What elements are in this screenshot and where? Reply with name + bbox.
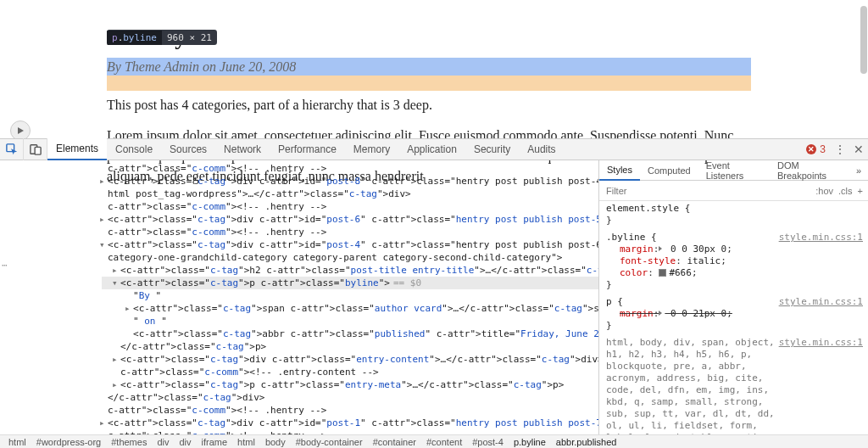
dom-line[interactable]: ▸<c-attr">class="c-tag">h2 c-attr">class… xyxy=(102,264,598,277)
dom-line[interactable]: " on " xyxy=(114,315,598,328)
breadcrumb-item[interactable]: div xyxy=(174,437,196,447)
rule-p[interactable]: p {style.min.css:1margin: 0 0 21px 0;} xyxy=(606,296,863,332)
dom-line[interactable]: ▸<c-attr">class="c-tag">div c-attr">id="… xyxy=(89,213,598,226)
dom-line[interactable]: ▸<c-attr">class="c-tag">p c-attr">class=… xyxy=(102,378,598,391)
gutter-dots-icon: ⋯ xyxy=(2,259,8,272)
css-decl[interactable]: margin: 0 0 30px 0; xyxy=(620,244,863,255)
styles-tab-dombp[interactable]: DOM Breakpoints xyxy=(770,160,849,181)
breadcrumb-item[interactable]: #post-4 xyxy=(467,437,509,447)
tab-application[interactable]: Application xyxy=(398,138,465,160)
dom-line[interactable]: c-attr">class="c-comm"><!-- .entry-conte… xyxy=(102,366,598,378)
rule-reset[interactable]: html, body, div, span, object, h1, h2, h… xyxy=(606,337,863,434)
styles-tabs: Styles Computed Event Listeners DOM Brea… xyxy=(599,160,868,181)
dom-line[interactable]: c-attr">class="c-comm"><!-- .hentry --> xyxy=(89,404,598,417)
tab-network[interactable]: Network xyxy=(215,138,270,160)
devtools-tabbar: Elements Console Sources Network Perform… xyxy=(0,138,868,160)
breadcrumb-item[interactable]: abbr.published xyxy=(551,437,622,447)
close-icon[interactable]: ✕ xyxy=(849,143,868,156)
breadcrumb-item[interactable]: #container xyxy=(368,437,421,447)
dom-breadcrumb[interactable]: html#wordpress-org#themesdivdiviframehtm… xyxy=(0,434,868,448)
css-decl[interactable]: margin: 0 0 21px 0; xyxy=(620,308,863,320)
tab-memory[interactable]: Memory xyxy=(345,138,398,160)
dom-line-selected[interactable]: ▾<c-attr">class="c-tag">p c-attr">class=… xyxy=(102,277,598,289)
chevron-right-icon[interactable]: » xyxy=(849,165,868,176)
dom-line[interactable]: html post_tag-wordpress">…</c-attr">clas… xyxy=(89,188,598,200)
tab-audits[interactable]: Audits xyxy=(519,138,564,160)
styles-filter-input[interactable] xyxy=(604,185,810,197)
device-icon[interactable] xyxy=(24,138,47,160)
paragraph-1: This post has 4 categories, part of a hi… xyxy=(107,95,760,115)
dom-line[interactable]: <c-attr">class="c-tag">abbr c-attr">clas… xyxy=(114,328,598,340)
dom-line[interactable]: </c-attr">class="c-tag">div> xyxy=(89,391,598,404)
elements-panel[interactable]: ⋯ c-attr">class="c-comm"><!-- .hentry --… xyxy=(0,160,598,434)
inspect-tooltip: p.byline 960 × 21 xyxy=(107,30,217,45)
breadcrumb-item[interactable]: #wordpress-org xyxy=(31,437,106,447)
rules-list[interactable]: element.style {}.byline {style.min.css:1… xyxy=(599,201,868,434)
rule-element-style[interactable]: element.style {} xyxy=(606,203,863,227)
rule-byline[interactable]: .byline {style.min.css:1margin: 0 0 30px… xyxy=(606,232,863,291)
dom-line[interactable]: </c-attr">class="c-tag">p> xyxy=(102,340,598,353)
styles-panel: Styles Computed Event Listeners DOM Brea… xyxy=(598,160,868,434)
styles-tab-computed[interactable]: Computed xyxy=(640,160,698,181)
hov-toggle[interactable]: :hov xyxy=(815,186,833,196)
byline-text: By Theme Admin on June 20, 2008 xyxy=(107,58,856,76)
css-decl[interactable]: color: #666; xyxy=(620,267,863,279)
breadcrumb-item[interactable]: html xyxy=(232,437,260,447)
breadcrumb-item[interactable]: body xyxy=(260,437,291,447)
dom-line[interactable]: c-attr">class="c-comm"><!-- .hentry --> xyxy=(89,200,598,213)
add-rule-button[interactable]: + xyxy=(858,186,863,196)
dom-line[interactable]: ▾<c-attr">class="c-tag">div c-attr">id="… xyxy=(89,238,598,251)
breadcrumb-item[interactable]: #themes xyxy=(106,437,152,447)
styles-tab-styles[interactable]: Styles xyxy=(599,160,640,181)
post-title: ierarchy xyxy=(107,25,856,51)
breadcrumb-item[interactable]: p.byline xyxy=(509,437,551,447)
dom-line[interactable]: ▸<c-attr">class="c-tag">div c-attr">id="… xyxy=(89,417,598,429)
dom-line[interactable]: ▸<c-attr">class="c-tag">span c-attr">cla… xyxy=(114,302,598,315)
svg-rect-2 xyxy=(35,147,41,154)
tab-security[interactable]: Security xyxy=(465,138,519,160)
breadcrumb-item[interactable]: div xyxy=(152,437,174,447)
breadcrumb-item[interactable]: iframe xyxy=(197,437,233,447)
tab-sources[interactable]: Sources xyxy=(161,138,215,160)
tab-console[interactable]: Console xyxy=(107,138,161,160)
kebab-icon[interactable]: ⋮ xyxy=(831,143,849,156)
tab-performance[interactable]: Performance xyxy=(270,138,345,160)
dom-line[interactable]: category-one-grandchild-category categor… xyxy=(89,251,598,264)
dom-line[interactable]: c-attr">class="c-comm"><!-- .hentry --> xyxy=(89,162,598,175)
breadcrumb-item[interactable]: html xyxy=(3,437,31,447)
byline-highlight: By Theme Admin on June 20, 2008 xyxy=(107,58,856,76)
dom-line[interactable]: ▸<c-attr">class="c-tag">div c-attr">id="… xyxy=(89,175,598,188)
page-scrollbar[interactable] xyxy=(860,4,868,132)
tab-elements[interactable]: Elements xyxy=(47,138,107,160)
dom-line[interactable]: "By " xyxy=(114,289,598,302)
dom-line[interactable]: ▸<c-attr">class="c-tag">div c-attr">clas… xyxy=(102,353,598,366)
dom-line[interactable]: c-attr">class="c-comm"><!-- .hentry --> xyxy=(89,226,598,238)
breadcrumb-item[interactable]: #content xyxy=(421,437,467,447)
css-decl[interactable]: font-style: italic; xyxy=(620,255,863,267)
breadcrumb-item[interactable]: #body-container xyxy=(291,437,368,447)
cls-toggle[interactable]: .cls xyxy=(838,186,853,196)
error-badge[interactable]: ✕3 xyxy=(806,143,826,155)
styles-tab-listeners[interactable]: Event Listeners xyxy=(698,160,770,181)
inspect-icon[interactable] xyxy=(0,138,24,160)
rendered-page: p.byline 960 × 21 ierarchy By Theme Admi… xyxy=(0,0,856,136)
